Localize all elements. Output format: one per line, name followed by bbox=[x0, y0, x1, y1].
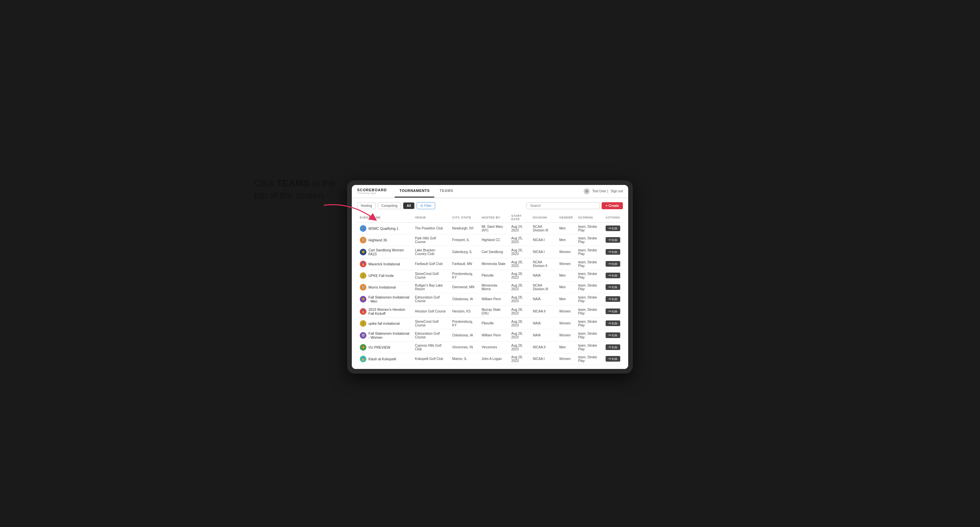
start-date-cell: Aug 28, 2023 bbox=[509, 353, 530, 365]
team-icon: 🦁 bbox=[360, 344, 366, 351]
table-row: 🐺 Highland 36 Park Hills Golf Course Fre… bbox=[357, 234, 623, 246]
gender-cell: Men bbox=[557, 341, 576, 353]
hosted-by-cell: Carl Sandburg bbox=[479, 246, 509, 258]
venue-cell: Faribault Golf Club bbox=[412, 258, 449, 270]
venue-cell: Lake Bracken Country Club bbox=[412, 246, 449, 258]
table-row: 🦁 VU PREVIEW Cypress Hills Golf Club Vin… bbox=[357, 341, 623, 353]
search-input[interactable] bbox=[527, 202, 600, 209]
gender-cell: Men bbox=[557, 281, 576, 293]
nav-tab-tournaments[interactable]: TOURNAMENTS bbox=[395, 185, 434, 198]
actions-cell: ✏ Edit bbox=[603, 353, 623, 365]
arrow-annotation bbox=[317, 198, 384, 232]
actions-cell: ✏ Edit bbox=[603, 317, 623, 329]
edit-btn[interactable]: ✏ Edit bbox=[606, 308, 620, 314]
user-text: Test User | bbox=[592, 189, 608, 193]
edit-btn[interactable]: ✏ Edit bbox=[606, 284, 620, 290]
event-name: Morris Invitational bbox=[368, 285, 396, 289]
actions-cell: ✏ Edit bbox=[603, 234, 623, 246]
edit-btn[interactable]: ✏ Edit bbox=[606, 249, 620, 255]
col-start-date: START DATE bbox=[509, 213, 530, 223]
hosted-by-cell: William Penn bbox=[479, 329, 509, 341]
filters-row: Hosting Competing All ☰ Filter bbox=[357, 202, 623, 209]
event-name: Highland 36 bbox=[368, 238, 387, 242]
hosted-by-cell: Pikeville bbox=[479, 317, 509, 329]
edit-btn[interactable]: ✏ Edit bbox=[606, 237, 620, 243]
start-date-cell: Aug 28, 2023 bbox=[509, 293, 530, 305]
team-icon: 🏅 bbox=[360, 356, 366, 362]
actions-cell: ✏ Edit bbox=[603, 293, 623, 305]
team-icon: 🦁 bbox=[360, 249, 366, 256]
scoring-cell: team, Stroke Play bbox=[575, 305, 603, 317]
team-icon: 🦁 bbox=[360, 296, 366, 303]
start-date-cell: Aug 28, 2023 bbox=[509, 270, 530, 281]
gender-cell: Women bbox=[557, 317, 576, 329]
all-filter-btn[interactable]: All bbox=[403, 202, 415, 209]
signout-link[interactable]: Sign out bbox=[611, 189, 623, 193]
team-icon: 🏅 bbox=[360, 308, 366, 315]
city-state-cell: Faribault, MN bbox=[449, 258, 479, 270]
team-icon: 🐺 bbox=[360, 284, 366, 290]
start-date-cell: Aug 28, 2023 bbox=[509, 258, 530, 270]
logo-subtitle: Powered by clippit bbox=[357, 192, 387, 194]
logo-title: SCOREBOARD bbox=[357, 188, 387, 192]
settings-icon[interactable]: ⚙ bbox=[584, 188, 590, 194]
edit-btn[interactable]: ✏ Edit bbox=[606, 356, 620, 362]
edit-btn[interactable]: ✏ Edit bbox=[606, 332, 620, 338]
team-icon: 🏌 bbox=[360, 320, 366, 327]
edit-btn[interactable]: ✏ Edit bbox=[606, 344, 620, 350]
hosted-by-cell: Mt. Saint Mary (NY) bbox=[479, 222, 509, 234]
venue-cell: Edmundson Golf Course bbox=[412, 293, 449, 305]
actions-cell: ✏ Edit bbox=[603, 258, 623, 270]
division-cell: NICAA I bbox=[530, 246, 557, 258]
start-date-cell: Aug 28, 2023 bbox=[509, 329, 530, 341]
city-state-cell: Prestonsburg, KY bbox=[449, 270, 479, 281]
event-name: UPKE Fall Invite bbox=[368, 274, 394, 278]
start-date-cell: Aug 28, 2023 bbox=[509, 341, 530, 353]
actions-cell: ✏ Edit bbox=[603, 222, 623, 234]
edit-btn[interactable]: ✏ Edit bbox=[606, 225, 620, 231]
event-name: Klash at Kokopelli bbox=[368, 357, 396, 361]
start-date-cell: Aug 28, 2023 bbox=[509, 317, 530, 329]
venue-cell: Edmundson Golf Course bbox=[412, 329, 449, 341]
division-cell: NAIA bbox=[530, 329, 557, 341]
venue-cell: Ruttger's Bay Lake Resort bbox=[412, 281, 449, 293]
gender-cell: Women bbox=[557, 353, 576, 365]
create-btn[interactable]: + Create bbox=[601, 202, 623, 209]
filter-icon-btn[interactable]: ☰ Filter bbox=[417, 202, 435, 209]
event-name: Fall Statesmen Invitational - Men bbox=[368, 295, 410, 303]
actions-cell: ✏ Edit bbox=[603, 341, 623, 353]
event-name: 2023 Women's Hesston Fall Kickoff bbox=[368, 308, 410, 316]
gender-cell: Men bbox=[557, 222, 576, 234]
city-state-cell: Prestonsburg, KY bbox=[449, 317, 479, 329]
edit-btn[interactable]: ✏ Edit bbox=[606, 296, 620, 302]
division-cell: NICAA II bbox=[530, 305, 557, 317]
gender-cell: Women bbox=[557, 246, 576, 258]
start-date-cell: Aug 28, 2023 bbox=[509, 305, 530, 317]
division-cell: NAIA bbox=[530, 317, 557, 329]
edit-btn[interactable]: ✏ Edit bbox=[606, 321, 620, 326]
edit-btn[interactable]: ✏ Edit bbox=[606, 273, 620, 278]
scoring-cell: team, Stroke Play bbox=[575, 329, 603, 341]
event-name: Fall Statesmen Invitational - Women bbox=[368, 332, 410, 340]
hosted-by-cell: Vincennes bbox=[479, 341, 509, 353]
edit-btn[interactable]: ✏ Edit bbox=[606, 261, 620, 267]
tournaments-table: EVENT NAME VENUE CITY, STATE HOSTED BY S… bbox=[357, 213, 623, 365]
start-date-cell: Aug 26, 2023 bbox=[509, 246, 530, 258]
table-row: 🦁 Carl Sandburg Women FA23 Lake Bracken … bbox=[357, 246, 623, 258]
table-row: 🏅 2023 Women's Hesston Fall Kickoff Hess… bbox=[357, 305, 623, 317]
table-row: 🏌 UPKE Fall Invite StoneCrest Golf Cours… bbox=[357, 270, 623, 281]
gender-cell: Men bbox=[557, 293, 576, 305]
col-venue: VENUE bbox=[412, 213, 449, 223]
tablet-frame: SCOREBOARD Powered by clippit TOURNAMENT… bbox=[347, 180, 633, 374]
actions-cell: ✏ Edit bbox=[603, 270, 623, 281]
scoring-cell: team, Stroke Play bbox=[575, 317, 603, 329]
scoring-cell: team, Stroke Play bbox=[575, 281, 603, 293]
city-state-cell: Oskaloosa, IA bbox=[449, 329, 479, 341]
col-division: DIVISION bbox=[530, 213, 557, 223]
nav-tab-teams[interactable]: TEAMS bbox=[435, 185, 458, 198]
start-date-cell: Aug 28, 2023 bbox=[509, 281, 530, 293]
col-city-state: CITY, STATE bbox=[449, 213, 479, 223]
event-name: Maverick Invitational bbox=[368, 262, 400, 266]
venue-cell: Cypress Hills Golf Club bbox=[412, 341, 449, 353]
scoring-cell: team, Stroke Play bbox=[575, 293, 603, 305]
